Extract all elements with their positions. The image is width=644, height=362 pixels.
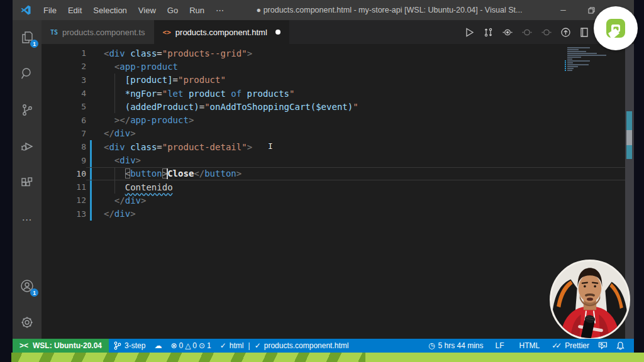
line-number[interactable]: 6 <box>42 116 86 125</box>
green-border-strip <box>11 353 644 362</box>
tab-label: products.component.html <box>175 28 267 37</box>
line-number[interactable]: 2 <box>42 62 86 71</box>
menu-view[interactable]: View <box>133 6 162 15</box>
branch-icon <box>113 341 121 350</box>
window-title: ● products.component.html - my-store-api… <box>230 6 549 14</box>
line-number[interactable]: 7 <box>42 129 86 138</box>
language-label: HTML <box>519 341 540 350</box>
menu-file[interactable]: File <box>38 6 62 15</box>
info-icon: ⊙ <box>199 342 205 349</box>
sidebar-item-extensions[interactable] <box>18 174 36 192</box>
video-frame: File Edit Selection View Go Run ⋯ ● prod… <box>0 0 644 362</box>
code-editor[interactable]: 1<div class="products--grid">2 <app-prod… <box>42 44 634 339</box>
code-line[interactable]: 9 <div> <box>42 153 625 167</box>
dot-circle-icon-2[interactable] <box>521 27 533 38</box>
check-icon: ✓ <box>220 342 226 349</box>
menu-edit[interactable]: Edit <box>62 6 87 15</box>
mouse-ibeam-cursor: I <box>268 141 273 151</box>
activity-bar: 1 <box>13 20 42 339</box>
sidebar-item-source-control[interactable] <box>18 101 36 119</box>
line-number[interactable]: 11 <box>42 182 86 192</box>
typescript-file-icon: TS <box>50 29 58 36</box>
problems-status[interactable]: ⊗ 0 △ 0 ⊙ 1 <box>166 339 215 353</box>
code-line[interactable]: 6 ></app-product> <box>42 113 625 126</box>
line-number[interactable]: 5 <box>42 102 86 111</box>
lint-left-label: html <box>230 341 244 350</box>
double-check-icon: ✓✓ <box>552 342 559 349</box>
remote-label: WSL: Ubuntu-20.04 <box>33 341 102 350</box>
unsaved-dot-icon[interactable] <box>275 30 280 35</box>
git-branch-status[interactable]: 3-step <box>109 339 150 353</box>
minimize-button[interactable]: ─ <box>549 0 577 20</box>
channel-logo <box>594 6 638 50</box>
vscode-logo-icon <box>20 4 31 16</box>
time-tracked: 5 hrs 44 mins <box>438 341 483 350</box>
menu-selection[interactable]: Selection <box>87 6 132 15</box>
tab-label: products.component.ts <box>62 28 145 37</box>
line-number[interactable]: 13 <box>42 209 86 219</box>
gear-icon <box>19 315 35 330</box>
code-line[interactable]: 7</div> <box>42 127 625 140</box>
menu-run[interactable]: Run <box>184 6 210 15</box>
code-line[interactable]: 8<div class="product-detail"> <box>42 140 625 153</box>
code-line[interactable]: 13</div> <box>42 207 625 221</box>
vscode-window: File Edit Selection View Go Run ⋯ ● prod… <box>13 0 634 353</box>
formatter-label: Prettier <box>565 341 589 350</box>
dot-circle-icon-1[interactable] <box>502 27 513 38</box>
line-number[interactable]: 9 <box>42 156 86 165</box>
scrollbar-thumb[interactable] <box>626 130 632 145</box>
remote-icon: >< <box>19 342 28 349</box>
sidebar-item-search[interactable] <box>18 65 36 82</box>
line-number[interactable]: 1 <box>42 48 86 58</box>
code-line[interactable]: 4 *ngFor="let product of products" <box>42 87 625 100</box>
code-line[interactable]: 1<div class="products--grid"> <box>42 47 625 60</box>
search-icon <box>19 66 35 81</box>
bell-icon <box>616 341 625 350</box>
settings-button[interactable] <box>18 314 36 331</box>
sidebar-item-run-debug[interactable] <box>18 138 36 155</box>
sync-changes-button[interactable]: ☁ <box>150 339 166 353</box>
formatter-status[interactable]: ✓✓ Prettier <box>547 339 594 353</box>
dot-circle-icon-3[interactable] <box>541 27 552 38</box>
line-number[interactable]: 3 <box>42 75 86 85</box>
html-file-icon: <> <box>163 28 171 36</box>
error-count: 0 <box>179 341 183 350</box>
eol-selector[interactable]: LF <box>488 339 512 353</box>
feedback-icon <box>598 341 608 350</box>
language-mode-selector[interactable]: HTML <box>512 339 548 353</box>
tab-products-component-html[interactable]: <> products.component.html <box>154 20 289 44</box>
time-tracker-status[interactable]: ◷ 5 hrs 44 mins <box>424 339 488 353</box>
line-number[interactable]: 12 <box>42 195 86 205</box>
play-icon[interactable] <box>464 27 475 38</box>
lint-status[interactable]: ✓ html | ✓ products.component.html <box>216 339 353 353</box>
menu-more[interactable]: ⋯ <box>210 6 230 15</box>
feedback-button[interactable] <box>594 339 612 353</box>
remote-indicator[interactable]: >< WSL: Ubuntu-20.04 <box>13 339 109 353</box>
code-line[interactable]: 3 [product]="product" <box>42 74 625 87</box>
lint-divider: | <box>247 341 252 350</box>
code-line[interactable]: 5 (addedProduct)="onAddToShoppingCart($e… <box>42 100 625 113</box>
line-number[interactable]: 8 <box>42 142 86 151</box>
sidebar-item-explorer[interactable]: 1 <box>18 28 36 46</box>
code-line[interactable]: 11 Contenido <box>42 180 625 194</box>
sidebar-item-more[interactable]: ⋯ <box>18 211 36 228</box>
arrow-circle-icon[interactable] <box>560 27 571 38</box>
accounts-button[interactable]: 1 <box>18 277 36 295</box>
code-line[interactable]: 10 <button>Close</button> <box>42 167 625 180</box>
line-number[interactable]: 4 <box>42 89 86 98</box>
compare-changes-icon[interactable] <box>483 27 494 38</box>
accounts-badge: 1 <box>30 288 38 297</box>
tab-products-component-ts[interactable]: TS products.component.ts <box>42 20 154 44</box>
line-number[interactable]: 10 <box>42 169 86 178</box>
code-line[interactable]: 12 </div> <box>42 194 625 207</box>
info-count: 1 <box>207 341 211 350</box>
code-line[interactable]: 2 <app-product <box>42 60 625 73</box>
code-area[interactable]: 1<div class="products--grid">2 <app-prod… <box>42 47 625 221</box>
run-debug-icon <box>19 139 35 154</box>
minimap[interactable] <box>565 47 623 72</box>
book-icon[interactable] <box>579 27 589 38</box>
menu-go[interactable]: Go <box>162 6 184 15</box>
status-bar-right: ◷ 5 hrs 44 mins LF HTML ✓✓ Prettier <box>424 339 634 353</box>
notifications-button[interactable] <box>612 339 629 353</box>
presenter-photo <box>552 261 628 338</box>
